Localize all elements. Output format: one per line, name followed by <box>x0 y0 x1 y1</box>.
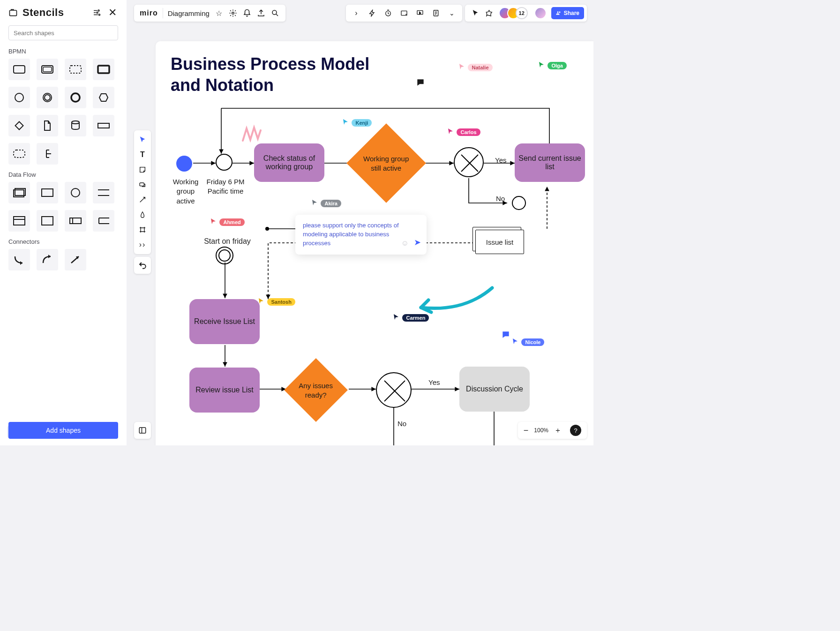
scribble-icon <box>241 124 262 143</box>
shape-doc[interactable] <box>37 115 58 136</box>
more-icon[interactable]: ⌄ <box>447 8 457 18</box>
shape-circle-bold[interactable] <box>65 87 86 108</box>
group-label-connectors: Connectors <box>8 238 118 245</box>
chevron-right-icon[interactable]: › <box>352 8 361 18</box>
zoom-value[interactable]: 100% <box>534 427 548 434</box>
select-tool[interactable] <box>138 135 147 144</box>
notes-icon[interactable] <box>431 8 441 18</box>
add-shapes-button[interactable]: Add shapes <box>8 422 118 439</box>
df-left-bar[interactable] <box>65 210 86 232</box>
shape-tool[interactable] <box>138 180 147 189</box>
shape-diamond[interactable] <box>8 115 30 136</box>
svg-rect-20 <box>42 189 53 196</box>
star-icon[interactable]: ☆ <box>214 8 224 18</box>
shape-circle[interactable] <box>8 87 30 108</box>
zoom-in-button[interactable]: ＋ <box>554 426 562 436</box>
frame-icon[interactable] <box>399 8 409 18</box>
shape-bold-rect[interactable] <box>93 59 114 80</box>
shape-dashed-rounded[interactable] <box>8 143 30 165</box>
task-check-status[interactable]: Check status of working group <box>254 143 324 182</box>
share-button[interactable]: Share <box>551 7 584 19</box>
text-tool[interactable]: T <box>138 150 147 159</box>
board-header: miro Diagramming ☆ <box>134 5 285 22</box>
drawn-arrow <box>412 286 495 314</box>
cursor-carmen: Carmen <box>394 313 429 322</box>
shape-slim-rect[interactable] <box>93 115 114 136</box>
participant-count[interactable]: 12 <box>516 7 528 19</box>
task-receive[interactable]: Receive Issue List <box>189 299 260 344</box>
send-icon[interactable]: ➤ <box>414 236 421 248</box>
df-open-rect[interactable] <box>93 210 114 232</box>
df-plain-rect[interactable] <box>37 210 58 232</box>
zoom-out-button[interactable]: − <box>524 426 529 436</box>
conn-elbow[interactable] <box>8 249 30 270</box>
start-friday-caption: Start on friday <box>202 236 253 247</box>
cursor-santosh: Santosh <box>259 297 295 306</box>
task-send-list[interactable]: Send current issue list <box>515 143 585 182</box>
start-caption: Working group active <box>169 177 202 206</box>
bpmn-start-friday[interactable] <box>216 247 233 264</box>
panel-toggle-button[interactable] <box>134 422 151 439</box>
conn-curve[interactable] <box>37 249 58 270</box>
conn-straight[interactable] <box>65 249 86 270</box>
reactions-icon[interactable] <box>485 8 494 18</box>
no-label-1: No <box>496 194 505 203</box>
diagram-title[interactable]: Business Process Model and Notation <box>171 53 369 96</box>
gateway-any-ready[interactable]: Any issues ready? <box>284 358 348 422</box>
df-header-rect[interactable] <box>8 210 30 232</box>
comment-card[interactable]: please support only the concepts of mode… <box>295 215 427 255</box>
stencils-panel: Stencils ✕ BPMN Data Flow Connec <box>0 0 127 445</box>
shape-circle-double[interactable] <box>37 87 58 108</box>
search-shapes-input[interactable] <box>8 25 118 40</box>
canvas[interactable]: Business Process Model and Notation <box>156 41 593 445</box>
timer-icon[interactable] <box>383 8 393 18</box>
task-review[interactable]: Review issue List <box>189 368 260 413</box>
bpmn-gateway-x2[interactable] <box>376 372 412 408</box>
pen-tool[interactable] <box>138 210 147 219</box>
shape-dashed-rect[interactable] <box>65 59 86 80</box>
shape-task[interactable] <box>8 59 30 80</box>
bpmn-end-no[interactable] <box>512 196 526 210</box>
shape-task-double[interactable] <box>37 59 58 80</box>
bpmn-intermediate-event[interactable] <box>216 154 232 171</box>
svg-rect-8 <box>98 66 109 73</box>
svg-rect-27 <box>70 218 81 224</box>
df-lines[interactable] <box>93 182 114 203</box>
bolt-icon[interactable] <box>368 8 377 18</box>
close-icon[interactable]: ✕ <box>107 7 118 18</box>
board-name[interactable]: Diagramming <box>168 9 210 17</box>
search-icon[interactable] <box>270 8 280 18</box>
emoji-icon[interactable]: ☺ <box>401 238 409 248</box>
task-discussion[interactable]: Discussion Cycle <box>459 367 530 412</box>
svg-marker-29 <box>20 261 22 265</box>
help-button[interactable]: ? <box>570 425 581 436</box>
more-tools[interactable]: ›› <box>138 240 147 249</box>
present-icon[interactable] <box>415 8 425 18</box>
bpmn-start-event[interactable] <box>176 156 192 172</box>
bell-icon[interactable] <box>242 8 252 18</box>
arrow-tool[interactable] <box>138 195 147 204</box>
df-stack[interactable] <box>8 182 30 203</box>
data-object-issue-list[interactable]: Issue list <box>472 227 524 254</box>
bpmn-gateway-x[interactable] <box>454 147 484 177</box>
export-icon[interactable] <box>256 8 266 18</box>
undo-button[interactable] <box>134 257 151 274</box>
avatar-self[interactable] <box>534 7 547 19</box>
shape-annotation[interactable] <box>37 143 58 165</box>
settings-icon[interactable] <box>228 8 238 18</box>
sticky-tool[interactable] <box>138 165 147 174</box>
df-rect[interactable] <box>37 182 58 203</box>
cursor-icon[interactable] <box>471 8 480 18</box>
shape-hexagon[interactable] <box>93 87 114 108</box>
timer-caption: Friday 6 PM Pacific time <box>203 177 248 196</box>
cursor-natalie: Natalie <box>459 63 493 71</box>
miro-logo[interactable]: miro <box>140 9 158 17</box>
cursor-carlos: Carlos <box>448 128 480 136</box>
stencils-settings-icon[interactable] <box>91 7 102 18</box>
df-circle[interactable] <box>65 182 86 203</box>
svg-point-34 <box>272 10 277 15</box>
gateway-still-active[interactable]: Working group still active <box>346 123 426 203</box>
frames-tool[interactable] <box>138 225 147 234</box>
comment-badge-1[interactable]: 5 <box>415 78 593 89</box>
shape-cylinder[interactable] <box>65 115 86 136</box>
